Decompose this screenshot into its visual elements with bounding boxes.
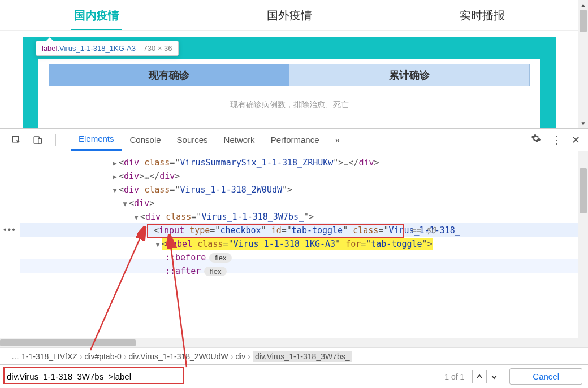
selected-node-marker: == $0: [410, 225, 436, 236]
webpage-preview: 国内疫情 国外疫情 实时播报 现有确诊 累计确诊 现有确诊病例数，排除治愈、死亡…: [0, 0, 578, 128]
breadcrumb-item[interactable]: div#ptab-0: [85, 352, 122, 361]
nav-tab-live[interactable]: 实时播报: [386, 0, 578, 30]
inspect-element-icon[interactable]: [8, 132, 25, 149]
dom-node-selected[interactable]: ▼<div class="Virus_1-1-318_3W7bs_">: [20, 210, 588, 224]
dom-pseudo-before[interactable]: ::beforeflex: [20, 251, 588, 264]
tooltip-tag: label: [42, 44, 57, 53]
search-prev-button[interactable]: [472, 370, 487, 383]
nav-tab-domestic[interactable]: 国内疫情: [0, 0, 193, 30]
tab-elements[interactable]: Elements: [71, 128, 122, 151]
caret-down-icon: ▼: [111, 186, 119, 194]
caret-right-icon: ▶: [111, 173, 119, 181]
devtools-panel: Elements Console Sources Network Perform…: [0, 128, 588, 388]
divider: [55, 134, 56, 146]
gear-icon[interactable]: [531, 133, 541, 146]
sub-tab-description: 现有确诊病例数，排除治愈、死亡: [38, 100, 540, 110]
sub-tab-current[interactable]: 现有确诊: [49, 64, 289, 86]
breadcrumb-leading[interactable]: …: [11, 352, 19, 361]
content-card: 现有确诊 累计确诊 现有确诊病例数，排除治愈、死亡: [38, 59, 540, 130]
tab-console[interactable]: Console: [122, 128, 169, 151]
scroll-up-icon[interactable]: ▲: [578, 0, 588, 10]
breadcrumb-item[interactable]: div.Virus_1-1-318_2W0UdW: [129, 352, 228, 361]
dom-breadcrumbs[interactable]: … 1-1-318_LIVfXZ › div#ptab-0 › div.Viru…: [0, 347, 588, 364]
search-next-button[interactable]: [487, 370, 501, 383]
search-nav: [472, 370, 501, 383]
tooltip-dimensions: 730 × 36: [144, 44, 172, 53]
page-vertical-scrollbar[interactable]: ▲ ▼: [578, 0, 588, 128]
tooltip-class: .Virus_1-1-318_1KG-A3: [57, 44, 136, 53]
devtools-tabs: Elements Console Sources Network Perform…: [71, 129, 526, 151]
badge-flex[interactable]: flex: [209, 253, 232, 263]
breadcrumb-item-active[interactable]: div.Virus_1-1-318_3W7bs_: [253, 351, 352, 362]
sub-tabs: 现有确诊 累计确诊: [49, 64, 530, 86]
svg-rect-2: [38, 138, 42, 143]
tab-overflow[interactable]: »: [327, 128, 348, 151]
dom-search-bar: 1 of 1 Cancel: [0, 364, 588, 388]
scroll-down-icon[interactable]: ▼: [578, 119, 588, 128]
breadcrumb-item[interactable]: div: [235, 352, 245, 361]
nav-tabs: 国内疫情 国外疫情 实时播报: [0, 0, 578, 31]
dom-node[interactable]: ▼<div class="Virus_1-1-318_2W0UdW">: [20, 183, 588, 197]
cancel-button[interactable]: Cancel: [509, 368, 582, 385]
devtools-horizontal-scrollbar[interactable]: [0, 338, 588, 347]
kebab-icon[interactable]: ⋮: [551, 134, 561, 146]
tab-network[interactable]: Network: [216, 128, 263, 151]
caret-down-icon: ▼: [132, 213, 140, 221]
dom-search-input[interactable]: [6, 369, 436, 383]
close-icon[interactable]: ✕: [572, 134, 580, 146]
dom-node[interactable]: ▶<div class="VirusSummarySix_1-1-318_ZRH…: [20, 156, 588, 169]
inspect-tooltip: label.Virus_1-1-318_1KG-A3 730 × 36: [36, 41, 179, 56]
dom-node-search-hit[interactable]: ▼<label class="Virus_1-1-318_1KG-A3" for…: [20, 237, 588, 251]
dom-node[interactable]: <input type="checkbox" id="tab-toggle" c…: [20, 224, 588, 237]
dom-search-count: 1 of 1: [444, 372, 464, 381]
dom-node[interactable]: ▼<div>: [20, 197, 588, 210]
toggle-device-icon[interactable]: [29, 132, 46, 149]
sub-tab-total[interactable]: 累计确诊: [289, 64, 530, 86]
dom-tree[interactable]: ▶<div class="VirusSummarySix_1-1-318_ZRH…: [20, 151, 588, 338]
devtools-header: Elements Console Sources Network Perform…: [0, 129, 588, 151]
breadcrumb-item[interactable]: 1-1-318_LIVfXZ: [21, 352, 77, 361]
dom-panel: ••• ▶<div class="VirusSummarySix_1-1-318…: [0, 151, 588, 338]
dom-gutter: •••: [0, 151, 20, 338]
scroll-thumb[interactable]: [580, 10, 587, 32]
nav-tab-foreign[interactable]: 国外疫情: [193, 0, 386, 30]
caret-down-icon: ▼: [121, 200, 129, 208]
tab-sources[interactable]: Sources: [169, 128, 216, 151]
caret-down-icon: ▼: [154, 241, 162, 249]
dom-pseudo-after[interactable]: ::afterflex: [20, 264, 588, 278]
scroll-thumb[interactable]: [0, 339, 136, 346]
gutter-ellipsis-icon[interactable]: •••: [3, 225, 16, 235]
devtools-header-right: ⋮ ✕: [531, 133, 580, 146]
dom-node[interactable]: ▶<div>…</div>: [20, 169, 588, 183]
caret-right-icon: ▶: [111, 159, 119, 167]
badge-flex[interactable]: flex: [204, 267, 227, 276]
tab-performance[interactable]: Performance: [263, 128, 327, 151]
